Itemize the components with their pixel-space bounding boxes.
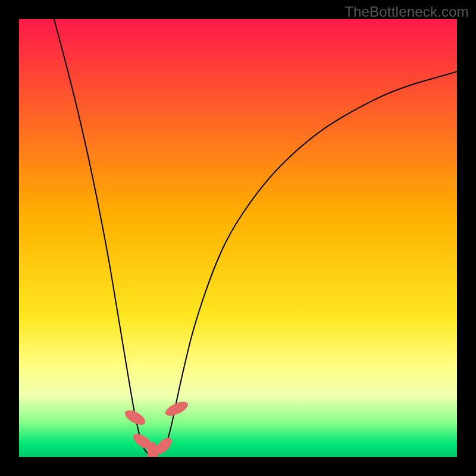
plot-area <box>19 19 457 457</box>
chart-root: TheBottleneck.com <box>0 0 476 476</box>
chart-svg <box>19 19 457 457</box>
chart-background <box>19 19 457 457</box>
watermark-text: TheBottleneck.com <box>345 4 469 20</box>
